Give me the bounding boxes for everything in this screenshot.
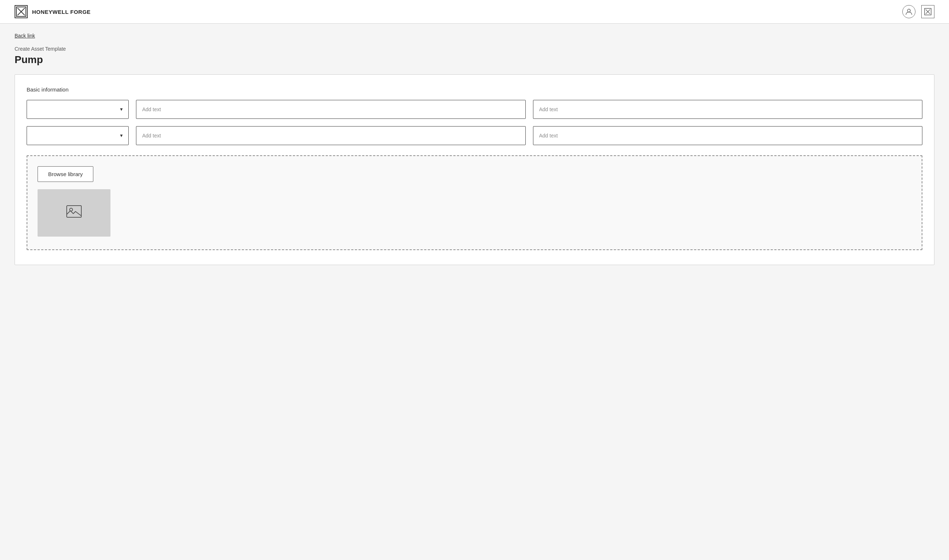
dropdown-2[interactable] <box>27 126 129 145</box>
main-content: Back link Create Asset Template Pump Bas… <box>0 24 949 560</box>
dropdown-1[interactable] <box>27 100 129 119</box>
select-wrapper-1: ▼ <box>27 100 129 119</box>
header-left: HONEYWELL FORGE <box>15 5 91 18</box>
header-right <box>902 5 934 18</box>
select-wrapper-2: ▼ <box>27 126 129 145</box>
breadcrumb: Create Asset Template <box>15 46 934 52</box>
svg-point-3 <box>907 9 911 12</box>
image-placeholder <box>38 189 111 237</box>
close-icon[interactable] <box>921 5 934 18</box>
section-title: Basic information <box>27 86 922 92</box>
logo-icon <box>15 5 28 18</box>
page-title: Pump <box>15 54 934 66</box>
form-row-2: ▼ <box>27 126 922 145</box>
form-card: Basic information ▼ ▼ <box>15 74 934 265</box>
text-input-1b[interactable] <box>533 100 923 119</box>
form-row-1: ▼ <box>27 100 922 119</box>
user-icon[interactable] <box>902 5 915 18</box>
image-icon <box>66 205 82 221</box>
svg-rect-7 <box>67 206 81 217</box>
back-link[interactable]: Back link <box>15 33 35 38</box>
upload-area: Browse library <box>27 155 922 250</box>
text-input-2b[interactable] <box>533 126 923 145</box>
text-input-2a[interactable] <box>136 126 526 145</box>
header: HONEYWELL FORGE <box>0 0 949 24</box>
browse-library-button[interactable]: Browse library <box>38 166 93 182</box>
text-input-1a[interactable] <box>136 100 526 119</box>
logo-text: HONEYWELL FORGE <box>32 9 91 15</box>
